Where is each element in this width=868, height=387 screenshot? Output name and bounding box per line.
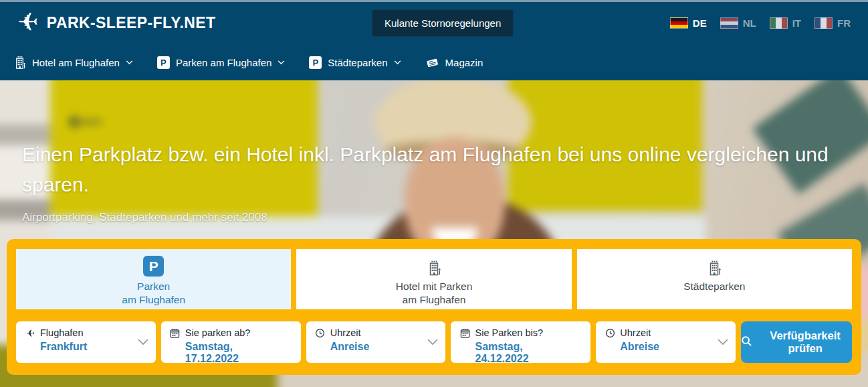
nav-magazin[interactable]: Magazin — [425, 57, 483, 68]
nav-item-label: Städteparken — [328, 57, 387, 68]
airport-value: Frankfurt — [40, 341, 136, 353]
chevron-down-icon — [138, 336, 148, 348]
arrival-time-value: Anreise — [330, 341, 426, 353]
departure-time-select[interactable]: Uhrzeit Abreise — [596, 321, 736, 363]
language-switcher: DE NL IT FR — [670, 17, 851, 29]
calendar-icon — [459, 328, 470, 338]
tab-hotel-mit-parken[interactable]: Hotel mit Parkenam Flughafen — [296, 249, 571, 309]
booking-widget: P Parkenam Flughafen — [7, 239, 861, 375]
hotel-icon — [13, 56, 26, 70]
calendar-icon — [170, 328, 181, 338]
chevron-down-icon — [394, 60, 401, 65]
france-flag-icon — [815, 17, 833, 29]
cancellation-policy-button[interactable]: Kulante Stornoregelungen — [372, 9, 514, 37]
airport-select[interactable]: ✈ Flughafen Frankfurt — [16, 321, 156, 363]
chevron-down-icon — [278, 60, 285, 65]
language-nl[interactable]: NL — [720, 17, 756, 29]
booking-form: ✈ Flughafen Frankfurt — [16, 321, 852, 363]
parking-icon: P — [309, 56, 322, 69]
clock-icon — [605, 328, 615, 338]
netherlands-flag-icon — [720, 17, 738, 29]
park-until-date-field[interactable]: Sie Parken bis? Samstag, 24.12.2022 — [451, 321, 590, 363]
sign-arrow-left: ← — [57, 84, 113, 140]
magazine-icon — [425, 57, 439, 68]
search-icon — [741, 335, 752, 350]
brand-name: PARK-SLEEP-FLY.NET — [47, 14, 216, 32]
park-until-date-value: Samstag, 24.12.2022 — [475, 341, 570, 365]
chevron-down-icon — [126, 60, 133, 65]
tab-parken-am-flughafen[interactable]: P Parkenam Flughafen — [16, 249, 291, 309]
hero-subline: Airportparking, Städteparken und mehr se… — [22, 211, 267, 224]
nav-item-label: Hotel am Flughafen — [32, 57, 120, 68]
hero-headline: Einen Parkplatz bzw. ein Hotel inkl. Par… — [22, 139, 829, 200]
chevron-down-icon — [718, 336, 728, 348]
check-availability-button[interactable]: Verfügbarkeit prüfen — [741, 321, 852, 363]
nav-parken-am-flughafen[interactable]: P Parken am Flughafen — [157, 56, 285, 69]
germany-flag-icon — [670, 17, 688, 29]
hotel-icon — [707, 256, 722, 277]
booking-tabs: P Parkenam Flughafen — [16, 249, 852, 309]
hero-section: ← ← Einen Parkplatz bzw. ein Hotel inkl.… — [0, 80, 868, 387]
park-from-date-field[interactable]: Sie parken ab? Samstag, 17.12.2022 — [161, 321, 301, 363]
parking-icon: P — [157, 56, 170, 69]
plane-logo-icon: ✈ — [17, 9, 39, 35]
arrival-time-select[interactable]: Uhrzeit Anreise — [306, 321, 446, 363]
clock-icon — [315, 328, 326, 338]
tab-label: Hotel mit Parkenam Flughafen — [396, 280, 473, 307]
nav-hotel-am-flughafen[interactable]: Hotel am Flughafen — [13, 56, 133, 70]
tab-label: Parkenam Flughafen — [122, 280, 185, 307]
nav-item-label: Magazin — [445, 57, 483, 68]
tab-staedteparken[interactable]: Städteparken — [577, 249, 852, 309]
main-nav: Hotel am Flughafen P Parken am Flughafen… — [0, 44, 868, 80]
header: ✈ PARK-SLEEP-FLY.NET Kulante Stornoregel… — [0, 2, 868, 44]
language-it[interactable]: IT — [770, 17, 801, 29]
language-fr[interactable]: FR — [815, 17, 851, 29]
italy-flag-icon — [770, 17, 788, 29]
nav-staedteparken[interactable]: P Städteparken — [309, 56, 401, 69]
parking-icon: P — [143, 256, 164, 277]
language-de[interactable]: DE — [670, 17, 707, 29]
hotel-icon — [427, 256, 441, 277]
nav-item-label: Parken am Flughafen — [176, 57, 272, 68]
departure-time-value: Abreise — [620, 341, 716, 353]
brand-logo[interactable]: ✈ PARK-SLEEP-FLY.NET — [17, 12, 215, 35]
tab-label: Städteparken — [683, 280, 745, 293]
chevron-down-icon — [427, 336, 438, 348]
park-from-date-value: Samstag, 17.12.2022 — [185, 341, 281, 365]
plane-icon: ✈ — [25, 328, 35, 338]
